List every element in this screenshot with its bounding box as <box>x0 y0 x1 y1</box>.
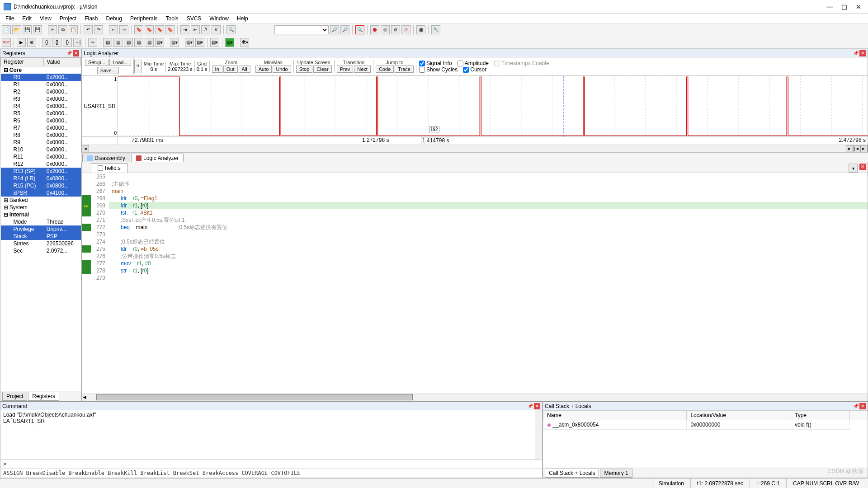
trace-window-icon[interactable]: ▤▾ <box>210 38 219 47</box>
menu-debug[interactable]: Debug <box>103 14 126 23</box>
breakpoint-insert-icon[interactable] <box>370 25 379 34</box>
command-input[interactable]: > <box>0 460 542 469</box>
step-into-icon[interactable]: {} <box>42 38 51 47</box>
code-line-276[interactable]: 276 ;位带操作清零0.5s标志 <box>82 253 868 260</box>
reg-row-mode[interactable]: ModeThread <box>1 218 81 225</box>
bookmark-prev-icon[interactable]: 🔖 <box>145 25 154 34</box>
reg-row-r7[interactable]: R70x0000... <box>1 124 81 131</box>
maximize-button[interactable]: ▢ <box>841 4 847 10</box>
code-line-269[interactable]: 269 ldr r1, [r0] <box>82 202 868 209</box>
memory-window-icon[interactable]: ▤▾ <box>170 38 179 47</box>
command-window-icon[interactable]: ▤ <box>103 38 112 47</box>
menu-tools[interactable]: Tools <box>162 14 182 23</box>
reg-col-register[interactable]: Register <box>1 58 44 66</box>
breakpoint-enable-icon[interactable] <box>381 25 390 34</box>
window-icon[interactable]: ▦ <box>416 25 425 34</box>
pin-icon[interactable]: 📌 <box>853 51 859 56</box>
minimize-button[interactable]: — <box>826 4 833 10</box>
reg-row-stack[interactable]: StackPSP <box>1 233 81 240</box>
menu-help[interactable]: Help <box>233 14 252 23</box>
reg-row-internal[interactable]: Internal <box>1 211 81 218</box>
code-line-275[interactable]: 275 ldr r0, =b_05s <box>82 245 868 253</box>
code-line-273[interactable]: 273 <box>82 231 868 238</box>
undo-button[interactable]: Undo <box>273 66 291 73</box>
copy-icon[interactable]: ⧉ <box>58 25 67 34</box>
save-icon[interactable]: 💾 <box>23 25 32 34</box>
reg-row-states[interactable]: States226500096 <box>1 240 81 247</box>
undo-icon[interactable]: ↶ <box>84 25 93 34</box>
code-button[interactable]: Code <box>376 66 394 73</box>
find-in-files-icon[interactable]: 🔎 <box>330 25 339 34</box>
nav-fwd-icon[interactable]: ⇒ <box>119 25 128 34</box>
la-waveform[interactable]: 1 USART1_SR 0 <box>82 76 868 136</box>
reg-row-r3[interactable]: R30x0000... <box>1 95 81 103</box>
pin-icon[interactable]: 📌 <box>528 404 533 408</box>
file-tab-hello[interactable]: hello.s <box>91 163 127 173</box>
debug-icon[interactable]: 🔍 <box>355 25 364 34</box>
reg-row-privilege[interactable]: PrivilegeUnpriv... <box>1 225 81 233</box>
code-line-270[interactable]: 270 tst r1, #Bit1 <box>82 209 868 216</box>
cursor-check[interactable]: Cursor <box>460 66 489 73</box>
command-output[interactable]: Load "D:\\mdk\\Objects\\chuankou.axf"LA … <box>0 410 542 460</box>
editor-hscroll[interactable]: ◄ <box>82 394 868 401</box>
menu-file[interactable]: File <box>2 14 18 23</box>
reg-row-r12[interactable]: R120x0000... <box>1 160 81 168</box>
auto-button[interactable]: Auto <box>255 66 272 73</box>
callstack-window-icon[interactable]: ▤ <box>145 38 154 47</box>
reg-row-r2[interactable]: R20x0000... <box>1 88 81 95</box>
cut-icon[interactable]: ✂ <box>48 25 57 34</box>
zoom-all-button[interactable]: All <box>239 66 250 73</box>
tab-disassembly[interactable]: Disassembly <box>82 154 130 162</box>
reg-row-r1[interactable]: R10x0000... <box>1 81 81 88</box>
pin-icon[interactable]: 📌 <box>853 404 859 408</box>
code-line-268[interactable]: 268 ldr r0, =Flag1 <box>82 195 868 202</box>
code-line-274[interactable]: 274 ;0.5s标志已经置位 <box>82 238 868 245</box>
editor-close-icon[interactable]: ✕ <box>859 164 866 170</box>
menu-flash[interactable]: Flash <box>81 14 101 23</box>
close-button[interactable]: ✕ <box>855 4 862 10</box>
signal-info-check[interactable]: Signal Info <box>416 60 455 66</box>
new-file-icon[interactable]: 📄 <box>2 25 11 34</box>
reg-row-xpsr[interactable]: xPSR0x4100... <box>1 189 81 197</box>
callstack-row[interactable]: __asm_0x80000540x00000000void f() <box>543 420 868 430</box>
close-pane-icon[interactable]: ✕ <box>534 403 540 409</box>
prev-button[interactable]: Prev <box>337 66 354 73</box>
watch-window-icon[interactable]: ▤▾ <box>155 38 164 47</box>
reg-row-system[interactable]: System <box>1 204 81 211</box>
clear-button[interactable]: Clear <box>313 66 331 73</box>
breakpoint-disable-icon[interactable]: ⊘ <box>391 25 400 34</box>
reg-row-r9[interactable]: R90x0000... <box>1 139 81 146</box>
comment-icon[interactable]: // <box>201 25 210 34</box>
uncomment-icon[interactable]: // <box>212 25 221 34</box>
code-line-277[interactable]: 277 mov r1, #0 <box>82 260 868 267</box>
open-file-icon[interactable]: 📂 <box>12 25 21 34</box>
menu-edit[interactable]: Edit <box>19 14 35 23</box>
step-over-icon[interactable]: {} <box>52 38 61 47</box>
code-line-271[interactable]: 271 ;SysTick产生0.5s,置位bit 1 <box>82 216 868 224</box>
find-combo[interactable] <box>274 25 329 34</box>
reg-row-r0[interactable]: R00x2000... <box>1 74 81 81</box>
la-save-button[interactable]: Save... <box>97 67 119 74</box>
reg-row-r8[interactable]: R80x0000... <box>1 131 81 139</box>
bookmark-next-icon[interactable]: 🔖 <box>155 25 164 34</box>
menu-window[interactable]: Window <box>206 14 232 23</box>
run-to-cursor-icon[interactable]: →| <box>73 38 82 47</box>
symbols-window-icon[interactable]: ▤ <box>124 38 133 47</box>
editor-dropdown-icon[interactable]: ▾ <box>849 164 858 173</box>
reg-row-r5[interactable]: R50x0000... <box>1 110 81 117</box>
close-pane-icon[interactable]: ✕ <box>859 403 866 409</box>
code-line-279[interactable]: 279 <box>82 274 868 282</box>
menu-peripherals[interactable]: Peripherals <box>127 14 161 23</box>
find-icon[interactable]: 🔍 <box>226 25 236 34</box>
configure-icon[interactable]: 🔧 <box>431 25 440 34</box>
code-editor[interactable]: 265266;主循环267main268 ldr r0, =Flag1269 l… <box>82 173 868 394</box>
nav-back-icon[interactable]: ⇐ <box>109 25 118 34</box>
system-viewer-icon[interactable]: ▤▾ <box>225 38 234 47</box>
show-next-icon[interactable]: ⇨ <box>88 38 97 47</box>
reset-icon[interactable]: RST <box>2 38 11 47</box>
tab-project[interactable]: Project <box>2 392 27 401</box>
reg-col-value[interactable]: Value <box>44 58 81 66</box>
pin-icon[interactable]: 📌 <box>66 51 72 56</box>
tab-callstack[interactable]: Call Stack + Locals <box>545 469 599 478</box>
la-scrollbar[interactable]: ◄►|◄►| <box>82 145 868 152</box>
